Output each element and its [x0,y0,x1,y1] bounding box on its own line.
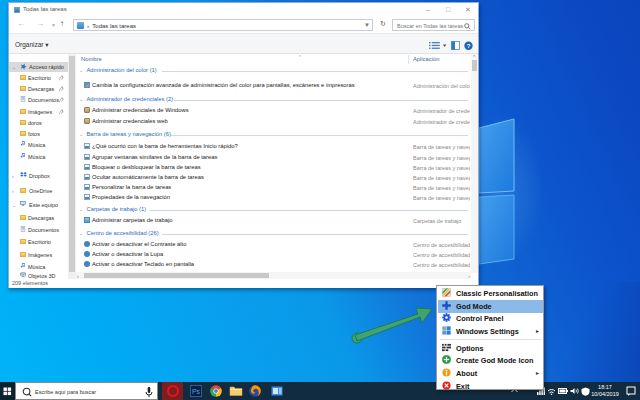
svg-text:Ps: Ps [192,388,201,395]
svg-text:?: ? [467,43,471,49]
